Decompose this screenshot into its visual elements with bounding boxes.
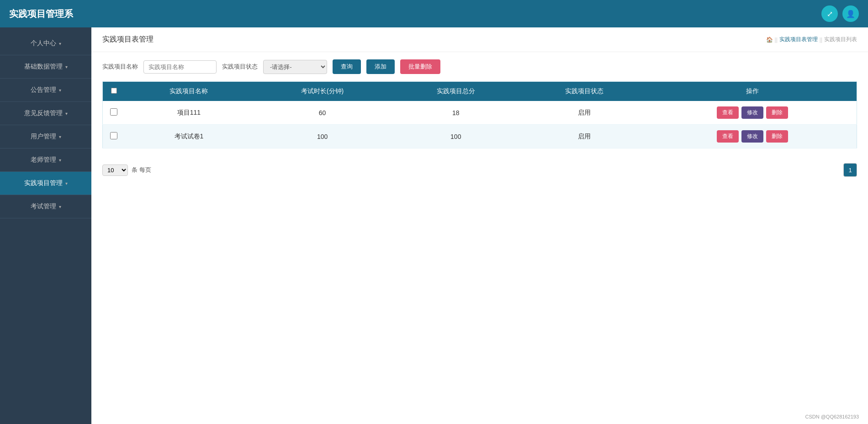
sidebar-item-label: 意见反馈管理 xyxy=(24,109,63,117)
query-button[interactable]: 查询 xyxy=(333,59,361,74)
th-name: 实践项目名称 xyxy=(125,82,253,101)
main-content: 实践项目表管理 🏠 || 实践项目表管理 || 实践项目列表 实践项目名称 实践… xyxy=(91,27,868,424)
row-1-delete-button[interactable]: 删除 xyxy=(766,106,788,119)
row-1-duration: 60 xyxy=(253,101,392,125)
breadcrumb: 🏠 || 实践项目表管理 || 实践项目列表 xyxy=(766,36,857,43)
row-1-total-score: 18 xyxy=(392,101,520,125)
sidebar-item-announcement[interactable]: 公告管理 ▾ xyxy=(0,79,91,102)
chevron-down-icon: ▾ xyxy=(59,41,61,46)
row-1-edit-button[interactable]: 修改 xyxy=(741,106,763,119)
row-1-view-button[interactable]: 查看 xyxy=(717,106,739,119)
breadcrumb-sep-1: || xyxy=(775,37,778,43)
row-2-status: 启用 xyxy=(520,125,648,148)
row-2-duration: 100 xyxy=(253,125,392,148)
layout: 个人中心 ▾ 基础数据管理 ▾ 公告管理 ▾ 意见反馈管理 ▾ 用户管理 ▾ 老… xyxy=(0,27,868,424)
sidebar-item-label: 基础数据管理 xyxy=(24,63,63,71)
breadcrumb-item-2: 实践项目列表 xyxy=(824,36,857,43)
breadcrumb-item-1[interactable]: 实践项目表管理 xyxy=(779,36,818,43)
th-actions: 操作 xyxy=(648,82,857,101)
chevron-down-icon: ▾ xyxy=(65,181,68,186)
row-2-action-group: 查看 修改 删除 xyxy=(656,130,849,143)
chevron-down-icon: ▾ xyxy=(65,64,68,69)
row-2-actions: 查看 修改 删除 xyxy=(648,125,857,148)
add-button[interactable]: 添加 xyxy=(366,59,395,74)
header-icon-group: ⤢ 👤 xyxy=(821,5,859,22)
breadcrumb-sep-2: || xyxy=(820,37,822,43)
chevron-down-icon: ▾ xyxy=(59,158,61,163)
table-header-row: 实践项目名称 考试时长(分钟) 实践项目总分 实践项目状态 操作 xyxy=(103,82,857,101)
row-2-name: 考试试卷1 xyxy=(125,125,253,148)
resize-icon: ⤢ xyxy=(827,10,833,18)
resize-button[interactable]: ⤢ xyxy=(821,5,838,22)
sidebar-item-label: 用户管理 xyxy=(31,132,56,141)
table-container: 实践项目名称 考试时长(分钟) 实践项目总分 实践项目状态 操作 项目 xyxy=(91,81,868,158)
table-body: 项目111 60 18 启用 查看 修改 删除 xyxy=(103,101,857,148)
per-page-select[interactable]: 10 20 50 100 xyxy=(102,164,128,176)
search-status-select[interactable]: -请选择- 启用 禁用 xyxy=(263,60,327,74)
sidebar-item-label: 实践项目管理 xyxy=(24,179,63,187)
sidebar-item-feedback[interactable]: 意见反馈管理 ▾ xyxy=(0,102,91,125)
sidebar-item-teacher-management[interactable]: 老师管理 ▾ xyxy=(0,148,91,172)
select-all-checkbox[interactable] xyxy=(111,88,117,94)
main-inner: 实践项目表管理 🏠 || 实践项目表管理 || 实践项目列表 实践项目名称 实践… xyxy=(91,27,868,424)
row-2-total-score: 100 xyxy=(392,125,520,148)
sidebar-item-exam-management[interactable]: 考试管理 ▾ xyxy=(0,195,91,218)
row-1-checkbox[interactable] xyxy=(110,108,117,116)
batch-delete-button[interactable]: 批量删除 xyxy=(400,59,440,74)
table-header: 实践项目名称 考试时长(分钟) 实践项目总分 实践项目状态 操作 xyxy=(103,82,857,101)
row-2-checkbox-cell xyxy=(103,125,125,148)
sidebar: 个人中心 ▾ 基础数据管理 ▾ 公告管理 ▾ 意见反馈管理 ▾ 用户管理 ▾ 老… xyxy=(0,27,91,424)
user-button[interactable]: 👤 xyxy=(842,5,859,22)
search-name-input[interactable] xyxy=(143,60,217,74)
row-1-action-group: 查看 修改 删除 xyxy=(656,106,849,119)
pagination: 1 xyxy=(843,163,857,177)
data-table: 实践项目名称 考试时长(分钟) 实践项目总分 实践项目状态 操作 项目 xyxy=(102,81,857,148)
breadcrumb-home-icon: 🏠 xyxy=(766,37,773,43)
row-1-name: 项目111 xyxy=(125,101,253,125)
row-1-actions: 查看 修改 删除 xyxy=(648,101,857,125)
page-title: 实践项目表管理 xyxy=(102,35,153,44)
th-duration: 考试时长(分钟) xyxy=(253,82,392,101)
row-2-checkbox[interactable] xyxy=(110,132,117,139)
app-title: 实践项目管理系 xyxy=(9,8,73,20)
page-header: 实践项目表管理 🏠 || 实践项目表管理 || 实践项目列表 xyxy=(91,27,868,52)
search-name-label: 实践项目名称 xyxy=(102,63,138,71)
sidebar-item-label: 老师管理 xyxy=(31,156,56,164)
page-1-button[interactable]: 1 xyxy=(843,163,857,177)
row-1-status: 启用 xyxy=(520,101,648,125)
th-status: 实践项目状态 xyxy=(520,82,648,101)
pagination-bar: 10 20 50 100 条 每页 1 xyxy=(91,158,868,182)
footer-watermark: CSDN @QQ628162193 xyxy=(805,414,859,419)
th-checkbox xyxy=(103,82,125,101)
sidebar-item-project-management[interactable]: 实践项目管理 ▾ xyxy=(0,172,91,195)
row-2-edit-button[interactable]: 修改 xyxy=(741,130,763,143)
th-total-score: 实践项目总分 xyxy=(392,82,520,101)
user-icon: 👤 xyxy=(846,10,855,18)
chevron-down-icon: ▾ xyxy=(59,204,61,209)
search-status-label: 实践项目状态 xyxy=(222,63,258,71)
header: 实践项目管理系 ⤢ 👤 xyxy=(0,0,868,27)
per-page-label: 条 每页 xyxy=(132,166,151,174)
sidebar-item-basic-data[interactable]: 基础数据管理 ▾ xyxy=(0,55,91,79)
row-1-checkbox-cell xyxy=(103,101,125,125)
chevron-down-icon: ▾ xyxy=(59,88,61,93)
sidebar-item-label: 个人中心 xyxy=(31,39,56,48)
sidebar-item-personal-center[interactable]: 个人中心 ▾ xyxy=(0,32,91,55)
chevron-down-icon: ▾ xyxy=(65,111,68,116)
search-bar: 实践项目名称 实践项目状态 -请选择- 启用 禁用 查询 添加 批量删除 xyxy=(91,52,868,81)
row-2-view-button[interactable]: 查看 xyxy=(717,130,739,143)
sidebar-item-user-management[interactable]: 用户管理 ▾ xyxy=(0,125,91,148)
table-row: 项目111 60 18 启用 查看 修改 删除 xyxy=(103,101,857,125)
table-row: 考试试卷1 100 100 启用 查看 修改 删除 xyxy=(103,125,857,148)
sidebar-item-label: 公告管理 xyxy=(31,86,56,94)
sidebar-item-label: 考试管理 xyxy=(31,202,56,211)
row-2-delete-button[interactable]: 删除 xyxy=(766,130,788,143)
chevron-down-icon: ▾ xyxy=(59,134,61,139)
